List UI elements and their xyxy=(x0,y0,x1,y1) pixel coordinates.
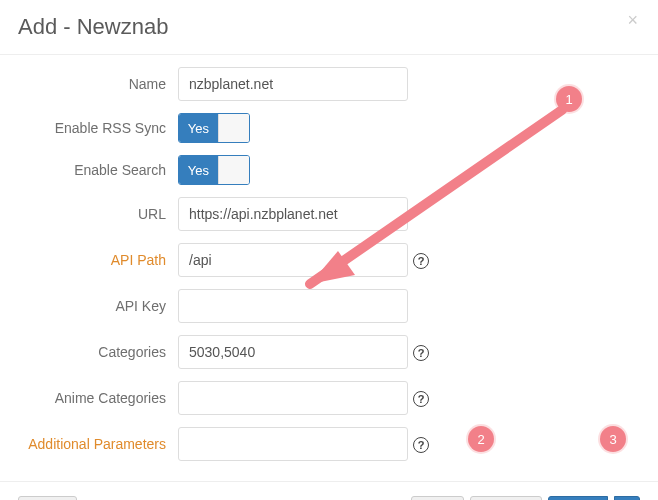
search-toggle-on: Yes xyxy=(179,156,218,184)
row-url: URL xyxy=(18,197,640,231)
row-categories: Categories ? xyxy=(18,335,640,369)
additional-input[interactable] xyxy=(178,427,408,461)
annotation-callout-1: 1 xyxy=(556,86,582,112)
label-additional: Additional Parameters xyxy=(18,436,178,452)
close-icon[interactable]: × xyxy=(621,10,644,30)
modal-footer: Back Test Cancel Save xyxy=(0,481,658,500)
search-toggle[interactable]: Yes xyxy=(178,155,250,185)
modal-body: Name Enable RSS Sync Yes Enable Search Y… xyxy=(0,55,658,481)
label-name: Name xyxy=(18,76,178,92)
help-icon[interactable]: ? xyxy=(413,437,429,453)
rss-toggle[interactable]: Yes xyxy=(178,113,250,143)
modal-header: Add - Newznab × xyxy=(0,0,658,55)
save-dropdown-button[interactable] xyxy=(614,496,640,500)
rss-toggle-on: Yes xyxy=(179,114,218,142)
rss-toggle-off xyxy=(218,114,249,142)
url-input[interactable] xyxy=(178,197,408,231)
help-icon[interactable]: ? xyxy=(413,391,429,407)
back-button[interactable]: Back xyxy=(18,496,77,500)
help-icon[interactable]: ? xyxy=(413,345,429,361)
categories-input[interactable] xyxy=(178,335,408,369)
label-search: Enable Search xyxy=(18,162,178,178)
row-name: Name xyxy=(18,67,640,101)
row-rss: Enable RSS Sync Yes xyxy=(18,113,640,143)
help-icon[interactable]: ? xyxy=(413,253,429,269)
label-anime: Anime Categories xyxy=(18,390,178,406)
test-button[interactable]: Test xyxy=(411,496,465,500)
label-rss: Enable RSS Sync xyxy=(18,120,178,136)
label-categories: Categories xyxy=(18,344,178,360)
save-button[interactable]: Save xyxy=(548,496,608,500)
anime-input[interactable] xyxy=(178,381,408,415)
row-apipath: API Path ? xyxy=(18,243,640,277)
apikey-input[interactable] xyxy=(178,289,408,323)
row-search: Enable Search Yes xyxy=(18,155,640,185)
name-input[interactable] xyxy=(178,67,408,101)
label-url: URL xyxy=(18,206,178,222)
apipath-input[interactable] xyxy=(178,243,408,277)
row-additional: Additional Parameters ? xyxy=(18,427,640,461)
row-anime: Anime Categories ? xyxy=(18,381,640,415)
cancel-button[interactable]: Cancel xyxy=(470,496,542,500)
search-toggle-off xyxy=(218,156,249,184)
label-apikey: API Key xyxy=(18,298,178,314)
label-apipath: API Path xyxy=(18,252,178,268)
row-apikey: API Key xyxy=(18,289,640,323)
modal-title: Add - Newznab xyxy=(18,14,640,40)
annotation-callout-2: 2 xyxy=(468,426,494,452)
modal-add-indexer: Add - Newznab × Name Enable RSS Sync Yes… xyxy=(0,0,658,500)
annotation-callout-3: 3 xyxy=(600,426,626,452)
